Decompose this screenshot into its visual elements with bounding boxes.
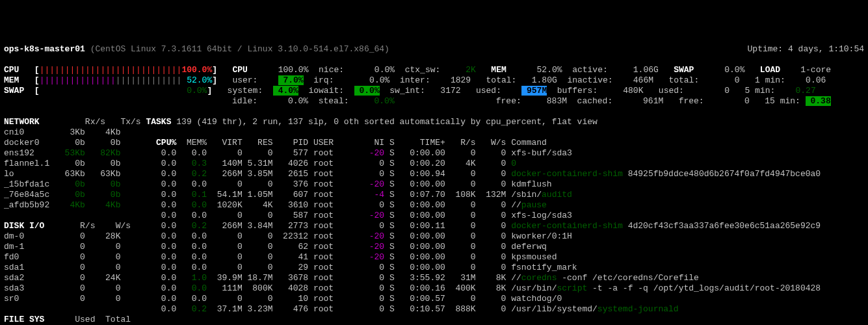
proc-mem: 0.2 (176, 304, 207, 314)
proc-ni: -20 (364, 211, 384, 220)
proc-state: S (384, 159, 395, 168)
proc-ni: 0 (364, 294, 384, 304)
proc-user: root (308, 211, 364, 220)
proc-virt: 140M (207, 159, 243, 168)
proc-time: 0:00.94 (395, 169, 445, 179)
proc-res: 1.05M (243, 190, 273, 200)
proc-time: 0:00.00 (395, 252, 445, 262)
net-iface: ens192 (4, 148, 55, 158)
disk-dev: dm-1 (4, 242, 55, 252)
bar-tick: | (105, 75, 111, 85)
proc-cmd-hl: docker-containerd-shim (511, 221, 623, 231)
bar-tick: | (90, 75, 96, 85)
proc-cmd: // (506, 273, 521, 283)
proc-rs: 31M (445, 273, 476, 283)
proc-pid: 4026 (273, 159, 309, 168)
proc-ni: 0 (364, 273, 384, 283)
cpu-hdr: CPU (232, 65, 272, 75)
total-lbl: total: (486, 75, 527, 85)
proc-virt: 266M (207, 169, 243, 179)
proc-time: 0:00.20 (395, 159, 445, 168)
l5-val: 0.27 (780, 86, 816, 96)
net-iface: cni0 (4, 127, 55, 137)
sfree-lbl: free: (663, 96, 719, 106)
proc-res: 0 (243, 179, 273, 189)
proc-cmd: kworker/0:1H (506, 231, 572, 241)
proc-user: root (308, 283, 364, 293)
proc-ws: 0 (476, 231, 506, 241)
proc-ws: 0 (476, 211, 506, 220)
proc-ws: 0 (476, 159, 506, 168)
col-cmd: Command (506, 138, 546, 148)
proc-cpu: 0.0 (146, 263, 176, 272)
mem-label: MEM (4, 75, 34, 85)
hostname: ops-k8s-master01 (4, 44, 85, 54)
proc-cmd-hl: auditd (542, 190, 572, 200)
bar-tick: | (85, 65, 90, 75)
content-row: flannel.1 0b 0b 0.0 0.3 140M 5.31M 4026 … (4, 159, 864, 169)
cached-val: 961M (633, 96, 663, 106)
proc-virt: 0 (207, 179, 243, 189)
bar-tick: | (141, 75, 146, 85)
bar-tick: | (105, 65, 111, 75)
swap-bar-val: 0.0% (181, 86, 207, 96)
disk-w: 0 (90, 283, 121, 293)
proc-state: S (384, 231, 395, 241)
swint-lbl: sw_int: (380, 86, 436, 96)
proc-mem: 0.0 (176, 252, 207, 262)
ctx-val: 2K (451, 65, 476, 75)
proc-ws: 0 (476, 252, 506, 262)
net-cols: Rx/s Tx/s (60, 117, 141, 127)
tasks-hdr: TASKS (146, 117, 171, 127)
net-iface: _afdb5b92 (4, 200, 55, 210)
proc-user: root (308, 190, 364, 200)
content-row: sr0 0 0 0.0 0.0 0 0 10 root 0 S 0:00.57 … (4, 294, 864, 304)
col-mem: MEM% (176, 138, 207, 148)
disk-r: 0 (55, 273, 85, 283)
bar-open: [ (34, 75, 40, 85)
proc-state: S (384, 148, 395, 158)
proc-cpu: 0.0 (146, 294, 176, 304)
proc-cmd: /usr/bin/ (506, 283, 557, 293)
proc-state: S (384, 283, 395, 293)
bar-tick: | (60, 75, 65, 85)
idle-val: 0.0% (272, 96, 308, 106)
disk-r: 0 (55, 242, 85, 252)
proc-virt: 39.9M (207, 273, 243, 283)
load-hdr: LOAD (760, 65, 796, 75)
proc-state: S (384, 211, 395, 220)
proc-state: S (384, 252, 395, 262)
l15-lbl: 15 min: (750, 96, 800, 106)
proc-res: 3.23M (243, 304, 273, 314)
proc-rs: 108K (445, 190, 476, 200)
bar-tick: | (146, 65, 151, 75)
proc-virt: 266M (207, 221, 243, 231)
bar-tick: | (156, 65, 161, 75)
bar-tick: | (111, 65, 116, 75)
proc-state: S (384, 294, 395, 304)
net-rx: 0b (55, 138, 85, 148)
proc-mem: 0.0 (176, 200, 207, 210)
proc-time: 0:00.11 (395, 221, 445, 231)
net-iface: lo (4, 169, 55, 179)
proc-cmd-tail: 84925fb9ddce480d6b2674f0a7fd4947bce0a0 (623, 169, 821, 179)
proc-user: root (308, 263, 364, 272)
proc-virt: 0 (207, 211, 243, 220)
proc-pid: 2773 (273, 221, 309, 231)
proc-rs: 0 (445, 179, 476, 189)
content-row: sda2 0 24K 0.0 1.0 39.9M 18.7M 3678 root… (4, 273, 864, 283)
proc-pid: 607 (273, 190, 309, 200)
proc-cmd: deferwq (506, 242, 546, 252)
proc-pid: 587 (273, 211, 309, 220)
content-row: docker0 0b 0b CPU% MEM% VIRT RES PID USE… (4, 138, 864, 148)
proc-time: 0:00.00 (395, 148, 445, 158)
proc-ws: 0 (476, 179, 506, 189)
col-ws: W/s (476, 138, 506, 148)
disk-dev: sda3 (4, 283, 55, 293)
disk-r: 0 (55, 252, 85, 262)
bar-tick: | (161, 65, 166, 75)
proc-pid: 62 (273, 242, 309, 252)
proc-ni: 0 (364, 283, 384, 293)
proc-res: 0 (243, 252, 273, 262)
load-core: 1-core (795, 65, 831, 75)
